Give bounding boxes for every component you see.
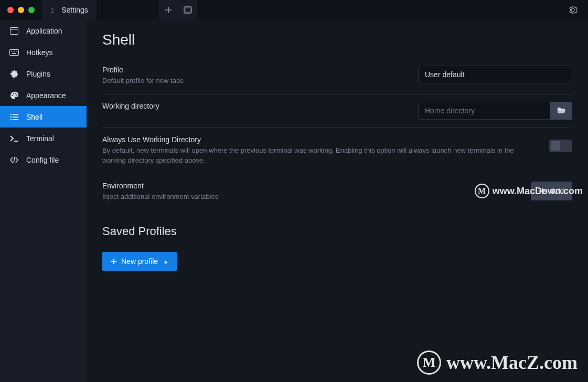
keyboard-icon: [9, 49, 19, 56]
split-pane-button[interactable]: [178, 0, 197, 20]
profile-label: Profile: [102, 66, 408, 74]
svg-point-16: [10, 116, 12, 117]
watermark-logo-icon: M: [417, 351, 441, 375]
main-content: Shell Profile Default profile for new ta…: [87, 20, 588, 382]
folder-open-icon: [557, 107, 565, 114]
sidebar: Application Hotkeys Plugins Appearance S…: [0, 20, 87, 382]
watermark-macz: M www.MacZ.com: [417, 351, 578, 375]
list-icon: [9, 113, 19, 121]
environment-label: Environment: [102, 182, 520, 190]
sidebar-item-label: Terminal: [26, 134, 54, 143]
page-title: Shell: [102, 31, 572, 48]
working-directory-row: Working directory: [102, 94, 572, 128]
titlebar: 1 Settings: [0, 0, 588, 20]
svg-point-7: [14, 51, 15, 52]
sidebar-item-label: Hotkeys: [26, 48, 53, 57]
svg-point-14: [10, 113, 12, 114]
saved-profiles-title: Saved Profiles: [102, 225, 572, 238]
svg-rect-9: [12, 53, 16, 54]
always-use-label: Always Use Working Directory: [102, 135, 539, 144]
always-use-workdir-row: Always Use Working Directory By default,…: [102, 128, 572, 174]
always-use-desc: By default, new terminals will open wher…: [102, 146, 539, 166]
svg-rect-2: [10, 27, 18, 34]
panes-icon: [184, 6, 192, 14]
window-icon: [9, 27, 19, 35]
sidebar-item-hotkeys[interactable]: Hotkeys: [0, 41, 87, 63]
svg-point-6: [13, 51, 14, 52]
close-window-button[interactable]: [7, 7, 14, 13]
maximize-window-button[interactable]: [28, 7, 35, 13]
browse-folder-button[interactable]: [550, 102, 572, 120]
tab-label: Settings: [61, 6, 88, 14]
plus-icon: [111, 258, 117, 264]
palette-icon: [9, 91, 19, 100]
watermark-text: www.MacDown.com: [493, 186, 583, 197]
profile-select-value: User default: [425, 70, 464, 79]
always-use-toggle[interactable]: [549, 140, 572, 152]
svg-point-11: [13, 93, 14, 94]
new-profile-button[interactable]: New profile ▲: [102, 252, 177, 271]
svg-point-18: [10, 119, 12, 120]
profile-select[interactable]: User default: [418, 66, 572, 83]
sidebar-item-config-file[interactable]: Config file: [0, 149, 87, 171]
puzzle-icon: [9, 70, 19, 78]
caret-up-icon: ▲: [163, 259, 168, 264]
profile-desc: Default profile for new tabs: [102, 76, 408, 86]
sidebar-item-terminal[interactable]: Terminal: [0, 128, 87, 149]
settings-button[interactable]: [563, 0, 583, 20]
svg-point-5: [11, 51, 12, 52]
tab-number: 1: [50, 6, 54, 14]
code-icon: [9, 156, 19, 164]
svg-point-8: [16, 51, 17, 52]
watermark-logo-icon: M: [475, 184, 489, 198]
window-controls: [0, 7, 42, 13]
svg-point-13: [16, 94, 17, 96]
sidebar-item-shell[interactable]: Shell: [0, 106, 87, 128]
sidebar-item-application[interactable]: Application: [0, 20, 87, 41]
tabbar-actions: [101, 0, 198, 20]
sidebar-item-label: Plugins: [26, 70, 50, 78]
watermark-macdown: M www.MacDown.com: [475, 184, 583, 198]
sidebar-item-appearance[interactable]: Appearance: [0, 84, 87, 106]
tab-settings[interactable]: 1 Settings: [42, 0, 97, 20]
svg-rect-15: [13, 114, 18, 115]
watermark-text: www.MacZ.com: [446, 352, 578, 374]
plus-icon: [165, 6, 172, 14]
svg-rect-4: [10, 49, 19, 55]
terminal-icon: [9, 135, 19, 142]
svg-rect-1: [185, 8, 190, 12]
environment-desc: Inject additional environment variables: [102, 192, 520, 202]
sidebar-item-label: Shell: [26, 113, 42, 121]
svg-point-10: [12, 95, 13, 96]
sidebar-item-plugins[interactable]: Plugins: [0, 63, 87, 84]
gear-icon: [568, 5, 578, 15]
sidebar-item-label: Application: [26, 27, 62, 35]
new-profile-label: New profile: [121, 257, 158, 266]
new-tab-button[interactable]: [159, 0, 178, 20]
sidebar-item-label: Config file: [26, 156, 59, 164]
working-directory-label: Working directory: [102, 102, 408, 110]
svg-rect-19: [13, 119, 18, 120]
minimize-window-button[interactable]: [18, 7, 24, 13]
working-directory-input[interactable]: [418, 102, 550, 120]
svg-point-12: [15, 93, 16, 94]
svg-rect-17: [13, 116, 18, 118]
profile-row: Profile Default profile for new tabs Use…: [102, 58, 572, 94]
sidebar-item-label: Appearance: [26, 91, 66, 100]
